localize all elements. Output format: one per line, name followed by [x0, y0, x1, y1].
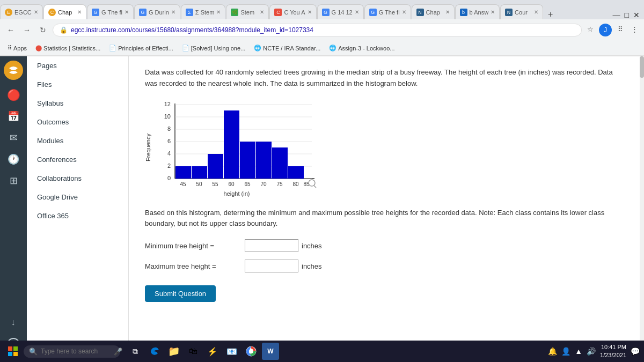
max-tree-height-input[interactable]: [245, 260, 298, 272]
sidebar-icon-grid[interactable]: ⊞: [4, 171, 23, 190]
taskbar-user-icon[interactable]: 👤: [561, 347, 570, 356]
bookmark-star-icon[interactable]: ☆: [585, 24, 596, 34]
tab-close-g14[interactable]: ✕: [353, 9, 359, 15]
svg-text:10: 10: [164, 113, 171, 120]
nav-collaborations[interactable]: Collaborations: [27, 169, 128, 188]
bar-80: [288, 166, 304, 179]
nav-outcomes[interactable]: Outcomes: [27, 113, 128, 131]
taskbar-search-input[interactable]: [41, 348, 111, 355]
tab-you[interactable]: C C You A ✕: [269, 4, 316, 19]
sidebar-icon-calendar[interactable]: 📅: [4, 107, 23, 126]
bookmark-solved[interactable]: 📄 [Solved] Using one...: [179, 43, 249, 53]
sidebar: 🔴 📅 ✉ 🕐 ⊞ → ?: [0, 56, 27, 362]
tab-close-chap2[interactable]: ✕: [443, 9, 450, 15]
sidebar-icon-expand[interactable]: →: [4, 313, 23, 333]
nav-office-365[interactable]: Office 365: [27, 206, 128, 225]
tab-close-cour[interactable]: ✕: [532, 9, 538, 15]
taskbar-chrome[interactable]: [243, 343, 260, 360]
tab-egcc[interactable]: E EGCC ✕: [0, 4, 43, 19]
tab-stem2[interactable]: 🌿 Stem ✕: [226, 4, 269, 19]
tab-close-egcc[interactable]: ✕: [32, 9, 38, 15]
forward-button[interactable]: →: [20, 24, 33, 36]
start-button[interactable]: [4, 343, 21, 360]
tab-close-dur[interactable]: ✕: [169, 9, 175, 15]
bar-75: [272, 147, 288, 179]
grid-icon: ⊞: [10, 175, 18, 187]
nav-syllabus[interactable]: Syllabus: [27, 94, 128, 113]
taskbar-store[interactable]: 🛍: [185, 343, 202, 360]
taskbar-task-view[interactable]: ⧉: [127, 343, 144, 360]
svg-text:8: 8: [167, 125, 171, 132]
tab-close-answ[interactable]: ✕: [488, 9, 495, 15]
y-axis-label: Frequency: [145, 134, 151, 161]
bookmark-ncte[interactable]: 🌐 NCTE / IRA Standar...: [251, 43, 324, 53]
histogram-svg: 0 2 4 6 8 10 12: [153, 98, 320, 195]
profile-icon[interactable]: J: [599, 24, 612, 36]
nav-files[interactable]: Files: [27, 75, 128, 94]
tab-close-you[interactable]: ✕: [305, 9, 312, 15]
content-area: Data was collected for 40 randomly selec…: [129, 56, 640, 362]
calendar-icon: 📅: [8, 110, 19, 122]
nav-google-drive[interactable]: Google Drive: [27, 188, 128, 206]
bookmark-assign3[interactable]: 🌐 Assign-3 - Lockwoo...: [326, 43, 398, 53]
tab-cour[interactable]: N Cour ✕: [500, 4, 543, 19]
tab-chap-active[interactable]: C Chap ✕: [43, 4, 86, 19]
submit-question-button[interactable]: Submit Question: [145, 285, 216, 302]
tab-close-google-fi[interactable]: ✕: [122, 9, 129, 15]
time-display: 10:41 PM 1/23/2021: [600, 343, 626, 360]
svg-text:45: 45: [180, 181, 186, 187]
tab-close-chap[interactable]: ✕: [75, 9, 82, 15]
taskbar-show-desktop[interactable]: ▲: [575, 347, 582, 356]
extensions-icon[interactable]: ⠿: [615, 24, 626, 34]
scrollbar-thumb[interactable]: [640, 56, 644, 78]
min-tree-height-input[interactable]: [245, 239, 298, 252]
tab-close-stem2[interactable]: ✕: [258, 9, 264, 15]
tab-sigma-stem[interactable]: Σ Σ Stem ✕: [181, 4, 226, 19]
bookmark-statistics[interactable]: ⬤ Statistics | Statistics...: [32, 43, 104, 53]
tab-close-sigma[interactable]: ✕: [214, 9, 221, 15]
svg-text:60: 60: [228, 181, 235, 187]
svg-rect-29: [13, 346, 18, 351]
address-bar: ← → ↻ 🔒 egcc.instructure.com/courses/156…: [0, 19, 644, 41]
taskbar-explorer[interactable]: 📁: [165, 343, 182, 360]
nav-modules[interactable]: Modules: [27, 131, 128, 150]
scrollbar[interactable]: [640, 56, 644, 362]
taskbar-mic-icon: 🎤: [114, 348, 122, 356]
tab-gfi2[interactable]: G G The fi ✕: [364, 4, 411, 19]
menu-icon[interactable]: ⋮: [629, 24, 640, 34]
back-button[interactable]: ←: [4, 24, 17, 36]
refresh-button[interactable]: ↻: [36, 24, 49, 36]
taskbar-notification-center[interactable]: 💬: [631, 347, 640, 356]
taskbar-word[interactable]: W: [262, 343, 279, 360]
tab-answ[interactable]: b b Answ ✕: [455, 4, 500, 19]
restore-button[interactable]: □: [625, 11, 629, 19]
tab-close-gfi2[interactable]: ✕: [400, 9, 406, 15]
taskbar-app6[interactable]: 📧: [223, 343, 240, 360]
taskbar-notify-icon[interactable]: 🔔: [548, 347, 557, 356]
url-bar[interactable]: 🔒 egcc.instructure.com/courses/15680/ass…: [53, 24, 582, 36]
bookmarks-bar: ⠿ Apps ⬤ Statistics | Statistics... 📄 Pr…: [0, 41, 644, 56]
bookmark-principles[interactable]: 📄 Principles of Effecti...: [106, 43, 177, 53]
expand-icon: →: [9, 319, 18, 327]
sidebar-icon-history[interactable]: 🕐: [4, 150, 23, 169]
tab-google-dur[interactable]: G G Durin ✕: [134, 4, 180, 19]
instruction-text: Based on this histogram, determing the m…: [145, 208, 624, 230]
taskbar-search[interactable]: 🔍 🎤: [24, 345, 120, 358]
tab-g14[interactable]: G G 14 12 ✕: [317, 4, 364, 19]
new-tab-button[interactable]: +: [544, 10, 557, 19]
minimize-button[interactable]: —: [613, 11, 620, 19]
tab-google-fi[interactable]: G G The fi ✕: [87, 4, 134, 19]
nav-conferences[interactable]: Conferences: [27, 150, 128, 169]
nav-pages[interactable]: Pages: [27, 56, 128, 75]
sidebar-icon-inbox[interactable]: ✉: [4, 128, 23, 147]
svg-text:2: 2: [167, 162, 171, 169]
taskbar-speaker-icon[interactable]: 🔊: [587, 347, 596, 356]
taskbar-app5[interactable]: ⚡: [204, 343, 221, 360]
tab-chap2[interactable]: N Chap ✕: [412, 4, 455, 19]
max-unit: inches: [302, 262, 322, 270]
course-nav: Pages Files Syllabus Outcomes Modules Co…: [27, 56, 129, 362]
close-button[interactable]: ✕: [633, 11, 640, 19]
bookmark-apps[interactable]: ⠿ Apps: [4, 43, 30, 53]
sidebar-icon-badge[interactable]: 🔴: [4, 85, 23, 105]
taskbar-edge[interactable]: [146, 343, 163, 360]
